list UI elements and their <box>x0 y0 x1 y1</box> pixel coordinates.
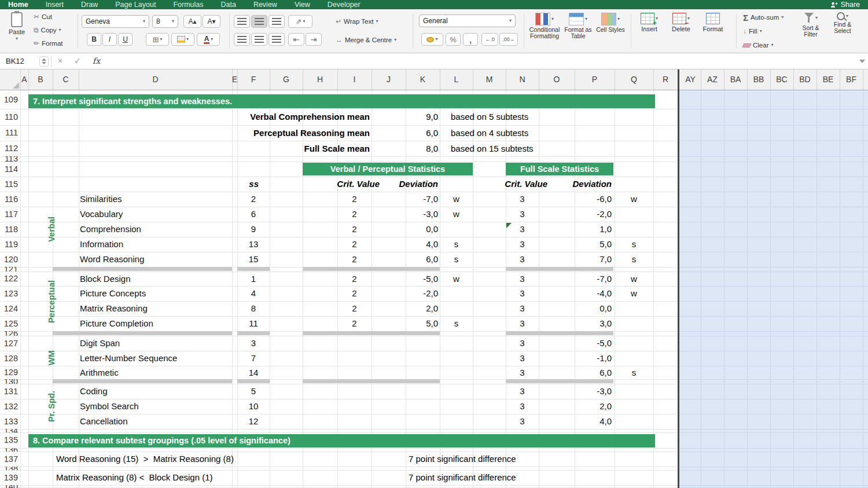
align-right-button[interactable] <box>269 33 285 46</box>
column-header-AY[interactable]: AY <box>680 69 701 90</box>
cancel-button[interactable]: × <box>58 53 62 69</box>
row-header-135[interactable]: 135 <box>0 432 18 448</box>
cell-122-vp_flag[interactable]: w <box>440 271 473 286</box>
cell-119-vp_flag[interactable]: s <box>440 237 473 252</box>
cell-116-vp_flag[interactable]: w <box>440 192 473 207</box>
column-header-I[interactable]: I <box>337 69 372 90</box>
paste-button[interactable]: Paste ▾ <box>5 12 29 41</box>
column-header-D[interactable]: D <box>79 69 232 90</box>
cell-122-vp_dev[interactable]: -5,0 <box>382 271 438 286</box>
row-header-120[interactable]: 120 <box>0 252 18 267</box>
column-header-BA[interactable]: BA <box>724 69 747 90</box>
row-header-122[interactable]: 122 <box>0 271 18 286</box>
row-header-131[interactable]: 131 <box>0 384 18 399</box>
cell-123-fs_flag[interactable]: w <box>615 286 653 301</box>
cell-128-fs_dev[interactable]: -1,0 <box>556 351 612 366</box>
row-header-123[interactable]: 123 <box>0 286 18 301</box>
cell-123-ss[interactable]: 4 <box>237 286 270 301</box>
row-header-119[interactable]: 119 <box>0 237 18 252</box>
cell-117-vp_crit[interactable]: 2 <box>337 207 372 222</box>
vp-stats-header-cell[interactable]: Verbal / Perceptual Statistics <box>303 163 473 175</box>
cell-127-ss[interactable]: 3 <box>237 336 270 351</box>
cell-123-name[interactable]: Picture Concepts <box>79 286 231 301</box>
delete-cells-button[interactable]: − ▾ Delete <box>668 13 694 32</box>
cell-125-vp_dev[interactable]: 5,0 <box>382 316 438 331</box>
decrease-font-size-button[interactable]: A▾ <box>203 15 220 28</box>
tab-draw[interactable]: Draw <box>81 1 98 9</box>
row-header-129[interactable]: 129 <box>0 366 18 379</box>
column-header-AZ[interactable]: AZ <box>701 69 724 90</box>
cell-119-fs_crit[interactable]: 3 <box>506 237 539 252</box>
vp-crit-column-header[interactable]: Crit. Value <box>322 177 380 192</box>
tab-home[interactable]: Home <box>8 1 28 9</box>
italic-button[interactable]: I <box>102 33 117 46</box>
bold-button[interactable]: B <box>87 33 101 46</box>
cell-119-vp_dev[interactable]: 4,0 <box>382 237 438 252</box>
row-header-111[interactable]: 111 <box>0 125 18 141</box>
increase-indent-button[interactable]: ⇥ <box>306 33 322 46</box>
underline-button[interactable]: U <box>118 33 133 46</box>
tab-review[interactable]: Review <box>253 1 277 9</box>
cell-118-name[interactable]: Comprehension <box>79 222 231 237</box>
cell-123-fs_crit[interactable]: 3 <box>506 286 539 301</box>
row-header-139[interactable]: 139 <box>0 470 18 485</box>
row-header-118[interactable]: 118 <box>0 222 18 237</box>
sort-filter-button[interactable]: ▾ Sort & Filter <box>796 12 825 38</box>
column-header-BB[interactable]: BB <box>747 69 770 90</box>
name-box[interactable]: BK12 <box>0 53 51 69</box>
cell-117-fs_dev[interactable]: -2,0 <box>556 207 612 222</box>
comparison-result[interactable]: 7 point significant difference <box>409 452 516 467</box>
cell-120-ss[interactable]: 15 <box>237 252 270 267</box>
cell-131-fs_dev[interactable]: -3,0 <box>556 384 612 399</box>
cell-122-ss[interactable]: 1 <box>237 271 270 286</box>
cell-116-vp_crit[interactable]: 2 <box>337 192 372 207</box>
fs-crit-column-header[interactable]: Crit. Value <box>490 177 547 192</box>
tab-developer[interactable]: Developer <box>328 1 361 9</box>
cell-122-name[interactable]: Block Design <box>79 271 231 286</box>
number-format-select[interactable]: General ▾ <box>419 14 516 27</box>
cell-116-ss[interactable]: 2 <box>237 192 270 207</box>
ss-column-header[interactable]: ss <box>231 177 259 192</box>
font-name-select[interactable]: Geneva ▾ <box>82 15 149 28</box>
comparison-result[interactable]: 7 point significant difference <box>409 470 516 485</box>
cell-118-vp_dev[interactable]: 0,0 <box>382 222 438 237</box>
cell-122-vp_crit[interactable]: 2 <box>337 271 372 286</box>
cell-124-fs_dev[interactable]: 0,0 <box>556 301 612 316</box>
cell-131-name[interactable]: Coding <box>79 384 231 399</box>
cell-127-name[interactable]: Digit Span <box>79 336 231 351</box>
row-header-116[interactable]: 116 <box>0 192 18 207</box>
cell-123-fs_dev[interactable]: -4,0 <box>556 286 612 301</box>
align-middle-button[interactable] <box>251 15 267 28</box>
cell-129-fs_crit[interactable]: 3 <box>506 366 539 379</box>
tab-data[interactable]: Data <box>220 1 236 9</box>
cell-132-name[interactable]: Symbol Search <box>79 399 231 414</box>
column-header-Q[interactable]: Q <box>615 69 653 90</box>
mean-value[interactable]: 6,0 <box>406 125 438 141</box>
fs-stats-header-cell[interactable]: Full Scale Statistics <box>506 163 613 175</box>
row-header-115[interactable]: 115 <box>0 177 18 192</box>
column-header-BF[interactable]: BF <box>840 69 863 90</box>
column-header-BC[interactable]: BC <box>770 69 793 90</box>
cell-129-fs_dev[interactable]: 6,0 <box>556 366 612 379</box>
font-size-select[interactable]: 8 ▾ <box>152 15 178 28</box>
row-header-126[interactable]: 126 <box>0 331 18 336</box>
autosum-button[interactable]: Σ Auto-sum ▾ <box>743 12 784 23</box>
cell-132-fs_crit[interactable]: 3 <box>506 399 539 414</box>
vp-deviation-column-header[interactable]: Deviation <box>380 177 438 192</box>
currency-format-button[interactable]: ▾ <box>421 33 443 46</box>
row-header-114[interactable]: 114 <box>0 162 18 177</box>
cell-120-vp_crit[interactable]: 2 <box>337 252 372 267</box>
cell-122-fs_crit[interactable]: 3 <box>506 271 539 286</box>
find-select-button[interactable]: ▾ Find & Select <box>827 12 858 34</box>
column-header-E[interactable]: E <box>232 69 237 90</box>
column-header-P[interactable]: P <box>575 69 615 90</box>
cell-116-fs_flag[interactable]: w <box>615 192 653 207</box>
decrease-decimal-button[interactable]: .00→ <box>499 33 518 46</box>
decrease-indent-button[interactable]: ⇤ <box>288 33 304 46</box>
row-header-133[interactable]: 133 <box>0 414 18 429</box>
fill-button[interactable]: ↓ Fill ▾ <box>743 26 762 36</box>
cell-120-name[interactable]: Word Reasoning <box>79 252 231 267</box>
cell-124-vp_dev[interactable]: 2,0 <box>382 301 438 316</box>
percent-format-button[interactable]: % <box>446 33 461 46</box>
cell-125-fs_crit[interactable]: 3 <box>506 316 539 331</box>
